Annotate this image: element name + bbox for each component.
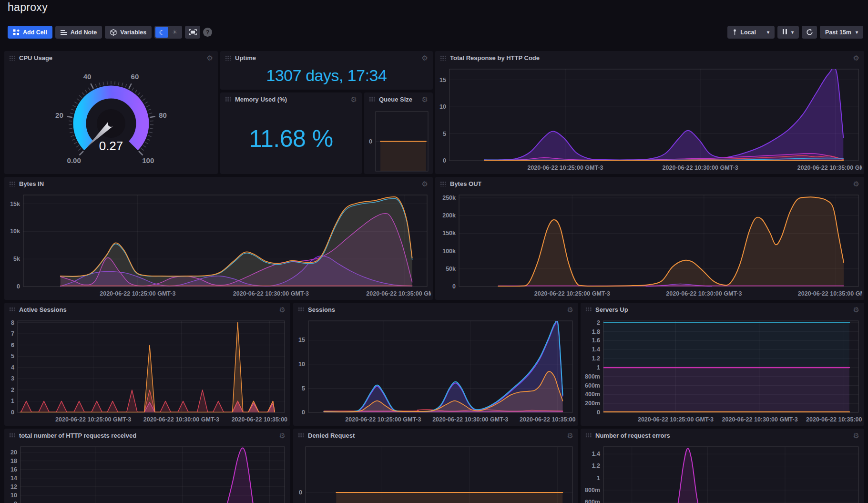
svg-text:5: 5 <box>302 385 305 392</box>
panel-http-requests: total number of HTTP requests received⚙ … <box>4 429 290 503</box>
svg-text:3: 3 <box>11 375 14 382</box>
panel-title: Total Response by HTTP Code <box>450 54 540 62</box>
gear-icon[interactable]: ⚙ <box>853 180 859 187</box>
gear-icon[interactable]: ⚙ <box>853 306 859 313</box>
gear-icon[interactable]: ⚙ <box>279 432 286 439</box>
svg-text:150k: 150k <box>442 230 456 236</box>
drag-handle-icon[interactable] <box>369 96 375 102</box>
svg-text:1.2: 1.2 <box>592 462 600 469</box>
svg-text:600m: 600m <box>585 382 600 389</box>
gear-icon[interactable]: ⚙ <box>422 96 428 103</box>
drag-handle-icon[interactable] <box>9 181 15 186</box>
panel-total-response: Total Response by HTTP Code⚙ 0510152020-… <box>435 51 864 174</box>
svg-text:0: 0 <box>11 409 14 416</box>
svg-text:10: 10 <box>298 361 305 368</box>
gear-icon[interactable]: ⚙ <box>351 96 357 103</box>
refresh-button[interactable] <box>802 26 817 39</box>
cube-icon <box>110 29 117 36</box>
drag-handle-icon[interactable] <box>9 432 15 438</box>
note-lines-icon <box>61 30 67 35</box>
panel-title: total number of HTTP requests received <box>19 432 136 439</box>
svg-text:12: 12 <box>10 483 17 490</box>
gear-icon[interactable]: ⚙ <box>567 432 573 439</box>
queue-size-chart[interactable]: 0 <box>366 106 431 173</box>
drag-handle-icon[interactable] <box>298 307 304 312</box>
svg-text:1: 1 <box>597 364 600 371</box>
svg-text:1.6: 1.6 <box>592 337 600 344</box>
time-range-dropdown[interactable]: Past 15m ▾ <box>820 26 863 39</box>
svg-text:2020-06-22 10:25:00 GMT-3: 2020-06-22 10:25:00 GMT-3 <box>100 290 175 297</box>
svg-text:0: 0 <box>443 157 446 164</box>
svg-text:80: 80 <box>159 111 167 119</box>
dark-mode-button[interactable]: ☾ <box>155 27 168 38</box>
sessions-chart[interactable]: 0510152020-06-22 10:25:00 GMT-32020-06-2… <box>295 316 576 425</box>
svg-text:2020-06-22 10:25:00 GMT-3: 2020-06-22 10:25:00 GMT-3 <box>527 164 603 171</box>
denied-request-chart[interactable]: 02020-06-22 10:25:00 GMT-32020-06-22 10:… <box>295 442 576 503</box>
svg-text:2: 2 <box>11 387 14 393</box>
request-errors-chart[interactable]: 0200m400m600m800m11.21.4 <box>582 442 862 503</box>
svg-text:2020-06-22 10:35:00 GMT-3: 2020-06-22 10:35:00 GMT-3 <box>797 164 862 171</box>
gear-icon[interactable]: ⚙ <box>853 432 859 439</box>
svg-text:7: 7 <box>11 330 14 337</box>
timezone-dropdown[interactable]: Local ▾ <box>727 26 775 39</box>
gear-icon[interactable]: ⚙ <box>422 180 428 187</box>
drag-handle-icon[interactable] <box>298 432 304 438</box>
svg-text:2020-06-22 10:30:00 GMT-3: 2020-06-22 10:30:00 GMT-3 <box>663 164 738 171</box>
svg-text:2: 2 <box>597 319 600 326</box>
page-title: haproxy <box>8 1 48 14</box>
svg-text:1.4: 1.4 <box>592 346 600 353</box>
toolbar: Add Cell Add Note Variables ☾ ☀ <box>0 26 868 39</box>
cpu-usage-gauge[interactable]: 0.00204060801000.27 <box>6 64 216 173</box>
drag-handle-icon[interactable] <box>585 307 592 312</box>
gear-icon[interactable]: ⚙ <box>567 306 573 313</box>
svg-text:1.2: 1.2 <box>592 355 600 362</box>
svg-text:100: 100 <box>142 156 154 164</box>
svg-text:4: 4 <box>11 364 14 371</box>
drag-handle-icon[interactable] <box>440 181 446 186</box>
svg-text:40: 40 <box>83 72 92 81</box>
panel-title: Uptime <box>235 54 256 62</box>
panel-title: Bytes OUT <box>450 180 481 187</box>
svg-text:2020-06-22 10:30:00 GMT-3: 2020-06-22 10:30:00 GMT-3 <box>143 416 219 423</box>
panel-sessions: Sessions⚙ 0510152020-06-22 10:25:00 GMT-… <box>293 303 578 426</box>
panel-uptime: Uptime⚙ 1307 days, 17:34 <box>220 51 433 90</box>
gear-icon[interactable]: ⚙ <box>207 54 213 62</box>
add-note-button[interactable]: Add Note <box>55 26 102 39</box>
active-sessions-chart[interactable]: 0123456782020-06-22 10:25:00 GMT-32020-0… <box>6 316 288 425</box>
dashboard: haproxy Add Cell Add Note Variables <box>0 0 868 503</box>
bytes-out-chart[interactable]: 050k100k150k200k250k2020-06-22 10:25:00 … <box>437 190 862 299</box>
svg-text:800m: 800m <box>585 487 600 493</box>
help-icon[interactable]: ? <box>203 28 212 37</box>
svg-text:0: 0 <box>369 138 372 145</box>
pause-icon <box>783 29 787 36</box>
gear-icon[interactable]: ⚙ <box>853 54 859 62</box>
servers-up-chart[interactable]: 0200m400m600m800m11.21.41.61.822020-06-2… <box>582 316 862 425</box>
bytes-in-chart[interactable]: 05k10k15k2020-06-22 10:25:00 GMT-32020-0… <box>6 190 431 299</box>
drag-handle-icon[interactable] <box>225 96 231 102</box>
drag-handle-icon[interactable] <box>9 55 15 61</box>
light-mode-button[interactable]: ☀ <box>168 27 181 38</box>
drag-handle-icon[interactable] <box>225 55 231 61</box>
svg-text:8: 8 <box>11 319 14 326</box>
drag-handle-icon[interactable] <box>585 432 592 438</box>
svg-text:2020-06-22 10:25:00 GMT-3: 2020-06-22 10:25:00 GMT-3 <box>638 416 714 423</box>
pause-refresh-dropdown[interactable]: ▾ <box>777 26 799 39</box>
drag-handle-icon[interactable] <box>440 55 446 61</box>
drag-handle-icon[interactable] <box>9 307 15 312</box>
panel-title: Denied Request <box>308 432 355 439</box>
timezone-label: Local <box>740 29 756 36</box>
svg-text:0: 0 <box>17 283 20 290</box>
svg-text:2020-06-22 10:25:00 GMT-3: 2020-06-22 10:25:00 GMT-3 <box>345 416 421 423</box>
gear-icon[interactable]: ⚙ <box>422 54 428 62</box>
gear-icon[interactable]: ⚙ <box>279 306 286 313</box>
uptime-value: 1307 days, 17:34 <box>224 63 429 88</box>
http-requests-chart[interactable]: 024681012141618202020-06-22 10:25:00 GMT… <box>6 442 288 503</box>
svg-text:2020-06-22 10:25:00 GMT-3: 2020-06-22 10:25:00 GMT-3 <box>55 416 131 423</box>
panel-title: Active Sessions <box>19 306 67 313</box>
presentation-mode-button[interactable] <box>185 26 200 39</box>
total-response-chart[interactable]: 0510152020-06-22 10:25:00 GMT-32020-06-2… <box>437 64 862 173</box>
add-cell-button[interactable]: Add Cell <box>8 26 52 39</box>
variables-button[interactable]: Variables <box>105 26 152 39</box>
time-range-label: Past 15m <box>825 29 851 36</box>
svg-text:2020-06-22 10:30:00 GMT-3: 2020-06-22 10:30:00 GMT-3 <box>722 416 798 423</box>
